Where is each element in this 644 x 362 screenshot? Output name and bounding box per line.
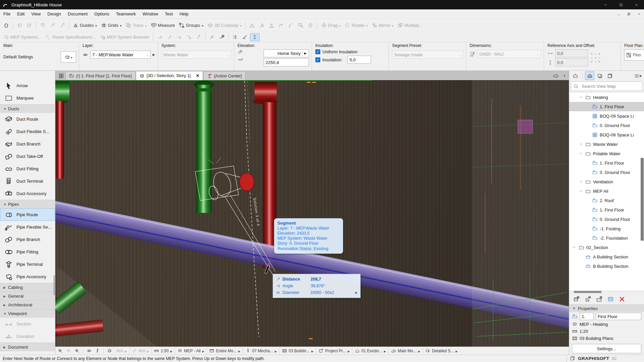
quick-option-03-buildin[interactable]: 03 Buildin... [279, 347, 316, 355]
home-button[interactable] [1, 20, 11, 31]
view-map-item-0-ground-floor[interactable]: 0. Ground Floor [569, 215, 644, 224]
teamwork-cloud-icon[interactable] [551, 72, 560, 80]
view-map-item-boq-09-space-li[interactable]: BOQ-09 Space Li [569, 111, 644, 121]
tracker-flyout-arrow[interactable] [355, 291, 358, 294]
view-map-item-boq-08-space-li[interactable]: BOQ-08 Space Li [569, 130, 644, 139]
view-map-button[interactable] [585, 71, 594, 80]
route-option-3-button[interactable] [174, 33, 184, 41]
maximize-button[interactable] [613, 0, 629, 9]
route-option-2-button[interactable] [165, 33, 174, 41]
view-map-item-mep-all[interactable]: MEP All [569, 186, 644, 196]
layer-dropdown[interactable]: 7 - MEP.Waste Water [90, 51, 151, 59]
connect-button[interactable] [207, 33, 217, 41]
layer-flyout-button[interactable]: ▶ [153, 53, 155, 56]
story-name-field[interactable] [596, 313, 641, 320]
tool-elevation[interactable]: Elevation [0, 330, 55, 343]
mdi-minimize-button[interactable] [614, 9, 624, 18]
vertical-rise-button[interactable] [250, 33, 260, 41]
toolbox-scrollbar[interactable] [54, 275, 55, 295]
explore-button[interactable] [105, 347, 114, 355]
route-option-1-button[interactable] [155, 33, 165, 41]
floor-plan-display-button[interactable]: Floo [624, 49, 644, 61]
inject-alt-button[interactable] [57, 20, 67, 31]
multiply-button[interactable]: Multiply... [395, 20, 425, 31]
orbit-button[interactable] [85, 347, 93, 355]
chevron-down-icon[interactable] [579, 189, 583, 193]
quad-view-icon[interactable] [57, 72, 65, 80]
view-map-item-1-first-floor[interactable]: 1. First Floor [569, 205, 644, 215]
route-specifications-button[interactable]: 1Route Specifications... [43, 33, 98, 41]
view-map-item-waste-water[interactable]: Waste Water [569, 139, 644, 149]
tool-pipe-route[interactable]: Pipe Route [0, 208, 55, 221]
default-settings-button[interactable] [61, 51, 76, 63]
close-button[interactable] [629, 0, 644, 9]
minimize-button[interactable] [598, 0, 613, 9]
insulation-checkbox[interactable] [315, 57, 320, 62]
quick-option-n-a[interactable]: N/A [114, 347, 129, 355]
tab-action-center[interactable]: [Action Center] [203, 71, 246, 80]
menu-design[interactable]: Design [44, 9, 64, 18]
graphisoft-id-bar[interactable]: GRAPHISOFT ID [567, 355, 644, 362]
quick-option-1-50[interactable]: 1:50 [151, 347, 175, 355]
menu-edit[interactable]: Edit [14, 9, 28, 18]
adjust-button[interactable] [267, 20, 276, 31]
resize-button[interactable] [296, 20, 306, 31]
grids-button[interactable]: Grids [99, 20, 124, 31]
tool-duct-take-off[interactable]: Duct Take-Off [0, 150, 55, 163]
quick-option-main-mo[interactable]: Main Mo... [388, 347, 423, 355]
menu-help[interactable]: Help [176, 9, 192, 18]
fillet-button[interactable] [286, 20, 296, 31]
view-map-item-a-building-section[interactable]: A Building Section [569, 252, 644, 261]
menu-options[interactable]: Options [91, 9, 113, 18]
search-input[interactable] [581, 83, 640, 89]
home-story-button[interactable]: Home Story [264, 49, 309, 57]
quick-option-n-a[interactable]: N/A [129, 347, 151, 355]
toolbox-group-cabling[interactable]: ▶Cabling [0, 283, 55, 292]
add-connection-button[interactable] [217, 33, 227, 41]
tool-pipe-terminal[interactable]: Pipe Terminal [0, 258, 55, 270]
intersect-button[interactable] [276, 20, 286, 31]
inject-parameters-button[interactable] [48, 20, 57, 31]
view-settings-button[interactable] [606, 295, 615, 303]
view-map-item-b-building-section[interactable]: B Building Section [569, 261, 644, 271]
view-map-item-2-roof[interactable]: 2. Roof [569, 196, 644, 205]
panel-menu-button[interactable]: ▶ [633, 71, 643, 80]
tool-pipe-accessory[interactable]: Pipe Accessory [0, 270, 55, 283]
view-map-item-1-footing[interactable]: -1. Footing [569, 224, 644, 233]
story-number-field[interactable] [580, 313, 594, 320]
tool-duct-flexible-s[interactable]: Duct Flexible S... [0, 125, 55, 138]
project-map-button[interactable] [571, 71, 580, 80]
route-option-5-button[interactable] [194, 33, 204, 41]
mep-system-browser-button[interactable]: MEP System Browser [98, 33, 151, 41]
slope-button[interactable] [240, 33, 250, 41]
tab-1-first-floor-1-first-floor[interactable]: (!) 1. First Floor [1. First Floor] [65, 71, 136, 80]
tracker-row-distance[interactable]: Distance208,7 [276, 276, 358, 283]
menu-view[interactable]: View [28, 9, 44, 18]
tool-duct-route[interactable]: Duct Route [0, 113, 55, 125]
quick-option-entire-mo[interactable]: Entire Mo... [207, 347, 243, 355]
pen-set-value[interactable]: 03 Building Plans [580, 336, 613, 341]
zoom-previous-button[interactable] [56, 347, 64, 355]
split-button[interactable] [247, 20, 257, 31]
toolbox-group-viewpoint[interactable]: ▼Viewpoint [0, 309, 55, 318]
chevron-right-icon[interactable] [579, 180, 583, 184]
offset-y-input[interactable] [555, 58, 588, 66]
toolbox-group-ducts[interactable]: ▼Ducts [0, 104, 55, 113]
clone-folder-button[interactable] [583, 295, 592, 303]
tool-duct-terminal[interactable]: Duct Terminal [0, 175, 55, 187]
tool-duct-fitting[interactable]: Duct Fitting [0, 163, 55, 175]
menu-test[interactable]: Test [161, 9, 176, 18]
redo-button[interactable] [24, 20, 34, 31]
add-viewpoint-button[interactable] [572, 295, 581, 303]
elevate-button[interactable] [306, 20, 315, 31]
quick-option-mep-all[interactable]: MEP - All [175, 347, 207, 355]
scale-value[interactable]: 1:20 [580, 329, 588, 334]
settings-button[interactable]: Settings... [572, 344, 641, 353]
tool-duct-branch[interactable]: Duct Branch [0, 138, 55, 150]
menu-window[interactable]: Window [139, 9, 161, 18]
view-map-item-1-first-floor[interactable]: 1. First Floor [569, 158, 644, 168]
walk-button[interactable] [93, 347, 102, 355]
rotate-button[interactable]: Rotate [342, 20, 370, 31]
trim-button[interactable] [257, 20, 267, 31]
chevron-down-icon[interactable] [579, 95, 583, 99]
